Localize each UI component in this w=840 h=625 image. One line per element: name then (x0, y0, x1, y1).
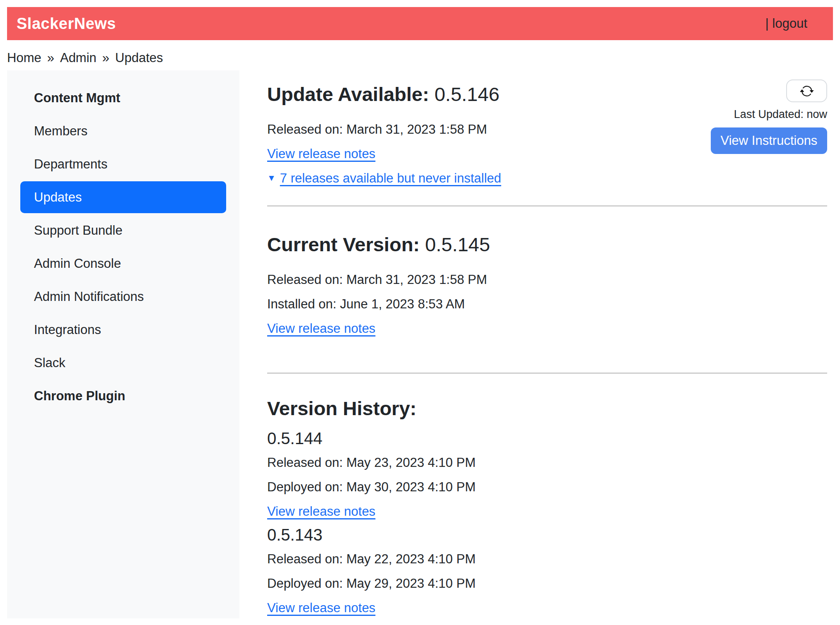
current-version-section: Current Version: 0.5.145 Released on: Ma… (267, 233, 827, 344)
history-view-release-notes-link[interactable]: View release notes (267, 599, 375, 617)
refresh-button[interactable] (786, 79, 827, 102)
history-version-number: 0.5.144 (267, 428, 827, 448)
update-released-on: Released on: March 31, 2023 1:58 PM (267, 120, 501, 139)
last-updated-text: Last Updated: now (734, 108, 827, 121)
breadcrumb-home[interactable]: Home (7, 50, 41, 65)
body-layout: Content Mgmt Members Departments Updates… (7, 70, 833, 618)
page: SlackerNews | logout Home » Admin » Upda… (0, 0, 840, 625)
version-history-entry: 0.5.144 Released on: May 23, 2023 4:10 P… (267, 428, 827, 521)
history-deployed-on: Deployed on: May 29, 2023 4:10 PM (267, 574, 827, 593)
sidebar-item-members[interactable]: Members (20, 115, 226, 147)
sidebar-item-slack[interactable]: Slack (20, 347, 226, 379)
current-version-heading: Current Version: 0.5.145 (267, 233, 827, 256)
sidebar: Content Mgmt Members Departments Updates… (7, 70, 239, 618)
breadcrumb-updates[interactable]: Updates (115, 50, 163, 65)
update-available-version: 0.5.146 (434, 83, 500, 105)
update-available-row: Update Available: 0.5.146 Released on: M… (267, 83, 827, 195)
breadcrumb-separator: » (102, 50, 109, 65)
history-view-release-notes-link[interactable]: View release notes (267, 502, 375, 521)
version-history-heading: Version History: (267, 397, 827, 420)
caret-down-icon: ▼ (267, 168, 276, 187)
breadcrumb: Home » Admin » Updates (7, 50, 833, 65)
version-history-section: Version History: 0.5.144 Released on: Ma… (267, 397, 827, 617)
version-history-entry: 0.5.143 Released on: May 22, 2023 4:10 P… (267, 525, 827, 617)
current-version-label: Current Version: (267, 233, 420, 255)
sidebar-item-departments[interactable]: Departments (20, 148, 226, 180)
update-actions: Last Updated: now View Instructions (711, 79, 827, 154)
section-divider (267, 373, 827, 374)
sidebar-item-updates[interactable]: Updates (20, 181, 226, 213)
sidebar-item-admin-console[interactable]: Admin Console (20, 248, 226, 279)
section-divider (267, 205, 827, 207)
current-version-number: 0.5.145 (425, 233, 490, 255)
history-deployed-on: Deployed on: May 30, 2023 4:10 PM (267, 478, 827, 496)
sidebar-item-chrome-plugin[interactable]: Chrome Plugin (20, 380, 226, 412)
breadcrumb-admin[interactable]: Admin (60, 50, 97, 65)
history-released-on: Released on: May 23, 2023 4:10 PM (267, 453, 827, 472)
breadcrumb-separator: » (47, 50, 54, 65)
view-instructions-button[interactable]: View Instructions (711, 127, 827, 154)
refresh-icon (800, 84, 814, 98)
sidebar-item-integrations[interactable]: Integrations (20, 314, 226, 346)
sidebar-item-content-mgmt[interactable]: Content Mgmt (20, 82, 226, 114)
history-released-on: Released on: May 22, 2023 4:10 PM (267, 550, 827, 568)
update-available-label: Update Available: (267, 83, 429, 105)
main-content: Update Available: 0.5.146 Released on: M… (239, 70, 833, 617)
history-version-number: 0.5.143 (267, 525, 827, 545)
current-released-on: Released on: March 31, 2023 1:58 PM (267, 270, 827, 289)
update-view-release-notes-link[interactable]: View release notes (267, 144, 375, 163)
logout-link[interactable]: | logout (765, 16, 807, 31)
app-header: SlackerNews | logout (7, 7, 833, 40)
update-available-section: Update Available: 0.5.146 Released on: M… (267, 83, 501, 195)
current-installed-on: Installed on: June 1, 2023 8:53 AM (267, 295, 827, 313)
releases-never-installed-link[interactable]: ▼7 releases available but never installe… (267, 169, 501, 189)
sidebar-item-admin-notifications[interactable]: Admin Notifications (20, 281, 226, 312)
update-available-heading: Update Available: 0.5.146 (267, 83, 501, 106)
current-view-release-notes-link[interactable]: View release notes (267, 319, 375, 338)
app-title: SlackerNews (17, 15, 116, 33)
sidebar-item-support-bundle[interactable]: Support Bundle (20, 214, 226, 246)
